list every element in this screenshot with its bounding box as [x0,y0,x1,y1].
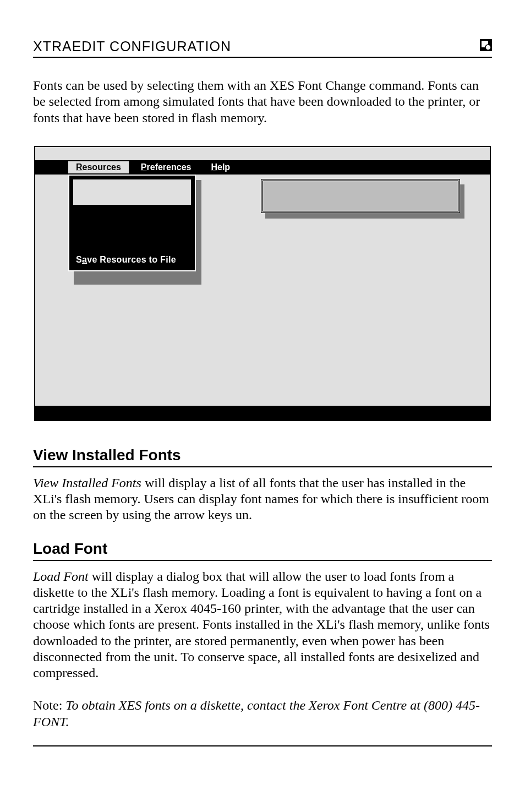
menu-help-mnemonic: H [211,162,217,172]
menu-preferences-mnemonic: P [141,162,147,172]
menu-resources-mnemonic: R [76,162,83,172]
lf-rest: will display a dialog box that will allo… [33,569,490,680]
save-resources-to-file-item[interactable]: Save Resources to File [69,249,195,270]
figure-menubar: Resources Preferences Help [35,160,490,175]
resources-dropdown: Save Resources to File [68,175,196,271]
load-font-note: Note: To obtain XES fonts on a diskette,… [33,697,492,730]
vif-lead: View Installed Fonts [33,476,141,490]
screenshot-figure: Resources Preferences Help Save Resource… [34,146,491,421]
menu-resources-label: esources [83,162,121,172]
note-label: Note: [33,698,65,712]
load-font-paragraph: Load Font will display a dialog box that… [33,569,492,682]
srf-rest2: ile [166,255,176,264]
intro-paragraph: Fonts can be used by selecting them with… [33,78,492,126]
lf-lead: Load Font [33,569,89,584]
menu-preferences[interactable]: Preferences [133,161,199,173]
dropdown-spacer [69,205,195,249]
srf-rest: esources to [106,255,160,264]
svg-point-2 [485,45,491,50]
figure-title-bar [35,147,490,160]
menu-help[interactable]: Help [203,161,238,173]
view-installed-fonts-paragraph: View Installed Fonts will display a list… [33,475,492,524]
note-italic: To obtain XES fonts on a diskette, conta… [33,698,480,728]
header-rule [33,57,492,58]
page-header-title: XTRAEDIT CONFIGURATION [33,39,231,55]
menu-help-label: elp [217,162,230,172]
srf-mid: ve [87,255,100,264]
srf-pre: S [76,255,82,264]
footer-rule [33,745,492,746]
figure-status-bar [35,406,490,420]
srf-mnemonic: a [82,255,87,264]
figure-body: Save Resources to File [35,175,490,408]
side-box [261,179,460,213]
menu-resources[interactable]: Resources [68,161,129,173]
view-installed-fonts-heading: View Installed Fonts [33,446,492,464]
srf-pre2: R [100,255,106,264]
header-glyph-icon [480,39,492,51]
srf-pre3: F [160,255,166,264]
menu-preferences-label: references [147,162,192,172]
dropdown-blank-item[interactable] [73,179,192,205]
load-font-rule [33,560,492,561]
view-installed-rule [33,466,492,467]
load-font-heading: Load Font [33,540,492,558]
